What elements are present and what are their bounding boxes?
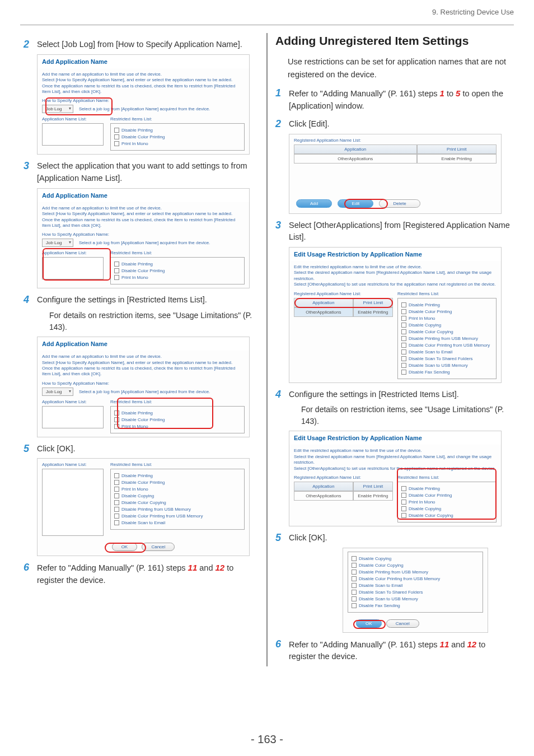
checkbox-row[interactable]: Disable Fax Sending [352,603,479,608]
restricted-items-panel: Disable Printing Disable Color Printing … [110,406,245,433]
checkbox-row[interactable]: Disable Color Printing [114,134,241,139]
checkbox-row[interactable]: Disable Copying [352,556,479,561]
checkbox-row[interactable]: Disable Color Printing [401,493,493,498]
step-number: 4 [275,389,289,401]
page-number: - 163 - [0,733,534,746]
ok-button[interactable]: OK [356,619,382,628]
screenshot-add-application-2: Add Application Name Add the name of an … [37,188,250,289]
checkbox-row[interactable]: Disable Scan to Email [352,583,479,588]
dialog-description: Add the name of an application to limit … [42,354,245,377]
how-to-specify-label: How to Specify Application Name: [42,381,245,386]
restricted-items-label: Restricted Items List: [110,462,245,467]
checkbox-row[interactable]: Disable Color Copying [352,563,479,568]
checkbox-row[interactable]: Disable Printing [114,128,241,133]
inline-step-ref: 11 [188,563,198,572]
dialog-title: Edit Usage Restriction by Application Na… [289,248,501,261]
edit-button[interactable]: Edit [338,199,373,208]
registered-list-label: Registered Application Name List: [294,138,496,143]
registered-list-label: Registered Application Name List: [294,291,393,296]
checkbox-row[interactable]: Disable Color Printing [114,268,241,273]
right-column: Adding Unregistered Item Settings Use re… [269,33,517,666]
step-text: Configure the settings in [Restricted It… [289,389,459,401]
checkbox-row[interactable]: Disable Copying [401,506,493,511]
checkbox-row[interactable]: Print In Mono [114,141,241,146]
checkbox-row[interactable]: Disable Color Printing [401,309,493,314]
checkbox-row[interactable]: Disable Scan To Shared Folders [352,590,479,595]
ok-button[interactable]: OK [112,543,138,551]
checkbox-row[interactable]: Disable Color Printing from USB Memory [401,343,493,348]
app-name-listbox[interactable] [42,406,104,428]
checkbox-row[interactable]: Disable Color Printing [114,480,241,485]
dialog-description: Add the name of an application to limit … [42,206,245,229]
checkbox-row[interactable]: Disable Printing [114,262,241,267]
joblog-select[interactable]: Job Log [42,239,73,247]
delete-button[interactable]: Delete [379,199,420,208]
joblog-select[interactable]: Job Log [42,388,73,396]
checkbox-row[interactable]: Disable Color Printing [114,417,241,422]
step-number: 3 [24,160,37,185]
checkbox-row[interactable]: Print In Mono [114,487,241,492]
checkbox-row[interactable]: Disable Printing [401,486,493,491]
col-application: Application [294,144,417,154]
app-name-listbox[interactable] [42,469,104,536]
details-text: For details on restriction items, see "U… [301,404,510,427]
checkbox-row[interactable]: Disable Color Copying [401,513,493,518]
checkbox-row[interactable]: Disable Copying [401,323,493,328]
checkbox-row[interactable]: Print In Mono [114,275,241,280]
checkbox-row[interactable]: Disable Fax Sending [401,370,493,375]
restricted-items-panel: Disable Printing Disable Color Printing … [397,298,496,379]
step-number: 2 [275,118,289,130]
restricted-items-label: Restricted Items List: [110,250,245,255]
inline-step-ref: 12 [467,640,476,649]
restricted-items-label: Restricted Items List: [110,116,245,122]
checkbox-row[interactable]: Disable Color Copying [114,500,241,505]
checkbox-row[interactable]: Disable Printing from USB Memory [114,507,241,512]
checkbox-row[interactable]: Disable Copying [114,493,241,498]
restricted-items-panel: Disable Copying Disable Color Copying Di… [348,552,483,613]
checkbox-row[interactable]: Disable Printing from USB Memory [401,336,493,341]
checkbox-row[interactable]: Disable Printing [114,410,241,416]
checkbox-row[interactable]: Disable Scan to Email [114,520,241,525]
step-text: Select the application that you want to … [37,160,259,185]
checkbox-row[interactable]: Disable Scan To Shared Folders [401,356,493,361]
dialog-title: Add Application Name [38,337,249,351]
step-text: Configure the settings in [Restricted It… [37,294,207,306]
checkbox-row[interactable]: Disable Scan to USB Memory [352,596,479,601]
checkbox-row[interactable]: Print In Mono [401,316,493,321]
cell-application[interactable]: OtherApplications [294,491,353,501]
checkbox-row[interactable]: Disable Scan to Email [401,349,493,354]
app-name-listbox[interactable] [42,123,104,146]
screenshot-edit-usage-1: Edit Usage Restriction by Application Na… [289,247,502,383]
details-text: For details on restriction items, see "U… [49,310,259,333]
checkbox-row[interactable]: Disable Color Copying [401,329,493,334]
app-name-listbox[interactable] [42,257,104,279]
checkbox-row[interactable]: Disable Printing from USB Memory [352,570,479,575]
step-number: 5 [275,532,289,544]
checkbox-row[interactable]: Disable Color Printing from USB Memory [114,514,241,519]
joblog-hint: Select a job log from [Application Name]… [79,240,210,245]
checkbox-row[interactable]: Disable Printing [114,473,241,478]
cancel-button[interactable]: Cancel [142,543,175,551]
cancel-button[interactable]: Cancel [386,619,419,628]
add-button[interactable]: Add [296,199,332,208]
checkbox-row[interactable]: Disable Printing [401,302,493,307]
registered-list-label: Registered Application Name List: [294,475,393,480]
app-name-list-label: Application Name List: [42,462,104,467]
step-text: Click [OK]. [37,443,75,455]
screenshot-add-application-3: Add Application Name Add the name of an … [37,337,250,437]
checkbox-row[interactable]: Print In Mono [114,424,241,429]
section-title: Adding Unregistered Item Settings [275,33,510,49]
cell-application[interactable]: OtherApplications [294,307,353,317]
screenshot-ok-panel-right: Disable Copying Disable Color Copying Di… [343,548,488,633]
cell-application[interactable]: OtherApplications [294,154,417,164]
step-number: 3 [275,220,289,244]
cell-print-limit: Enable Printing [353,307,393,317]
checkbox-row[interactable]: Disable Color Printing from USB Memory [352,576,479,581]
checkbox-row[interactable]: Print In Mono [401,500,493,505]
dialog-description: Edit the restricted application name to … [294,264,496,288]
step-number: 5 [24,443,37,455]
checkbox-row[interactable]: Disable Scan to USB Memory [401,363,493,368]
step-number: 6 [275,638,289,664]
joblog-select[interactable]: Job Log [42,105,73,113]
col-application: Application [294,298,353,307]
